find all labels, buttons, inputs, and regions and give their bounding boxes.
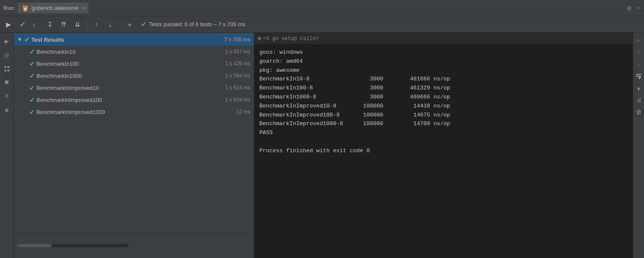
console-header-text: <4 go setup calls>	[263, 36, 319, 42]
status-bar: ✔ Tests passed: 6 of 6 tests – 7 s 705 m…	[141, 20, 246, 28]
tree-row[interactable]: ✔ BenchmarkInImproved1000 12 ms	[14, 106, 254, 118]
run-label: Run:	[3, 5, 15, 11]
status-check-icon: ✔	[141, 20, 146, 28]
expand-icon[interactable]: ⊞	[258, 35, 261, 42]
tree-row[interactable]: ✔ BenchmarkInImproved100 1 s 619 ms	[14, 94, 254, 106]
tree-row[interactable]: ✔ BenchmarkIn100 1 s 429 ms	[14, 58, 254, 70]
child-check-icon-2: ✔	[29, 72, 35, 80]
tab-close-button[interactable]: ×	[82, 5, 85, 11]
tab-icon: 🦉	[21, 4, 30, 12]
tree-root-row[interactable]: ▼ ✔ Test Results 7 s 705 ms	[14, 34, 254, 46]
sort-button-2[interactable]: ↧	[44, 19, 56, 30]
child-time-2: 1 s 594 ms	[225, 73, 250, 79]
tab-name: gobench awesome	[31, 5, 78, 11]
toolbar-separator-2	[120, 20, 120, 29]
sort-az-button[interactable]: ↕	[30, 19, 42, 30]
child-check-icon-3: ✔	[29, 84, 35, 92]
left-side-icons: ▶ ◎ ■ ≡ ✱	[0, 33, 14, 258]
structure-side-icon[interactable]	[2, 64, 12, 74]
top-bar: Run: 🦉 gobench awesome × ⚙ —	[0, 0, 644, 16]
run-button[interactable]: ▶	[3, 19, 15, 30]
check-filter-button[interactable]: ✔	[16, 19, 28, 30]
child-time-3: 1 s 614 ms	[225, 85, 250, 91]
console-body: goos: windows goarch: amd64 pkg: awesome…	[254, 45, 633, 258]
child-label-5: BenchmarkInImproved1000	[36, 109, 234, 115]
minimize-icon[interactable]: —	[636, 4, 641, 12]
tree-arrow-icon: ▼	[17, 37, 22, 43]
child-label-2: BenchmarkIn1000	[36, 73, 223, 79]
stop-side-icon[interactable]: ■	[2, 77, 12, 88]
status-text: Tests passed: 6 of 6 tests – 7 s 705 ms	[149, 21, 246, 28]
child-label-4: BenchmarkInImproved100	[36, 97, 223, 103]
debug-side-icon[interactable]: ◎	[2, 50, 12, 60]
edit-icon[interactable]: ✏	[634, 35, 644, 45]
child-check-icon-0: ✔	[29, 48, 35, 56]
top-bar-icons: ⚙ —	[627, 4, 641, 12]
left-panel: ▼ ✔ Test Results 7 s 705 ms ✔ BenchmarkI…	[14, 33, 254, 258]
svg-rect-2	[7, 66, 9, 68]
print-icon[interactable]: 🖨	[634, 95, 644, 105]
root-label: Test Results	[31, 37, 222, 43]
down-button[interactable]: ↓	[104, 19, 116, 30]
expand-all-button[interactable]: ⇊	[71, 19, 83, 30]
child-time-0: 1 s 437 ms	[225, 49, 250, 55]
child-label-1: BenchmarkIn100	[36, 61, 223, 67]
list-side-icon[interactable]: ≡	[2, 91, 12, 101]
tree-row[interactable]: ✔ BenchmarkIn10 1 s 437 ms	[14, 46, 254, 58]
child-check-icon-5: ✔	[29, 108, 35, 116]
scroll-down-icon[interactable]: ↓	[634, 59, 644, 69]
right-panel: ⊞ <4 go setup calls> goos: windows goarc…	[254, 33, 633, 258]
svg-rect-1	[4, 66, 6, 68]
horizontal-scrollbar[interactable]	[17, 244, 129, 247]
root-time: 7 s 705 ms	[224, 37, 250, 43]
collapse-all-button[interactable]: ⇈	[58, 19, 70, 30]
up-button[interactable]: ↑	[91, 19, 103, 30]
toolbar: ▶ ✔ ↕ ↧ ⇈ ⇊ ↑ ↓ » ✔ Tests passed: 6 of 6…	[0, 16, 644, 33]
child-label-0: BenchmarkIn10	[36, 49, 223, 55]
clear-icon[interactable]: 🗑	[634, 108, 644, 117]
pin-side-icon[interactable]: ✱	[2, 105, 12, 115]
more-button[interactable]: »	[124, 19, 136, 30]
console-header: ⊞ <4 go setup calls>	[254, 33, 633, 45]
play-side-icon[interactable]: ▶	[2, 36, 12, 46]
svg-text:↕: ↕	[33, 22, 36, 28]
bottom-panel	[14, 232, 254, 258]
child-check-icon-1: ✔	[29, 60, 35, 68]
scroll-up-icon[interactable]: ↑	[634, 47, 644, 57]
run-tab[interactable]: 🦉 gobench awesome ×	[18, 3, 88, 13]
child-label-3: BenchmarkInImproved10	[36, 85, 223, 91]
child-time-1: 1 s 429 ms	[225, 61, 250, 67]
main-content: ▶ ◎ ■ ≡ ✱ ▼ ✔ Test Results 7 s 705 ms	[0, 33, 644, 258]
scroll-end-icon[interactable]: ↡	[634, 83, 644, 93]
right-side-icons: ✏ ↑ ↓ ↡ 🖨 🗑	[633, 33, 644, 258]
soft-wrap-icon[interactable]	[634, 71, 644, 81]
child-time-4: 1 s 619 ms	[225, 97, 250, 103]
settings-icon[interactable]: ⚙	[627, 4, 632, 12]
tree-row[interactable]: ✔ BenchmarkIn1000 1 s 594 ms	[14, 70, 254, 82]
toolbar-separator	[87, 20, 87, 29]
child-time-5: 12 ms	[236, 109, 250, 115]
scrollbar-thumb[interactable]	[17, 244, 52, 247]
svg-rect-3	[4, 70, 6, 71]
root-check-icon: ✔	[24, 36, 30, 44]
tree-row[interactable]: ✔ BenchmarkInImproved10 1 s 614 ms	[14, 82, 254, 94]
console-line-0: goos: windows goarch: amd64 pkg: awesome…	[259, 49, 450, 154]
child-check-icon-4: ✔	[29, 96, 35, 104]
svg-rect-4	[7, 70, 9, 71]
test-results-tree: ▼ ✔ Test Results 7 s 705 ms ✔ BenchmarkI…	[14, 33, 254, 232]
